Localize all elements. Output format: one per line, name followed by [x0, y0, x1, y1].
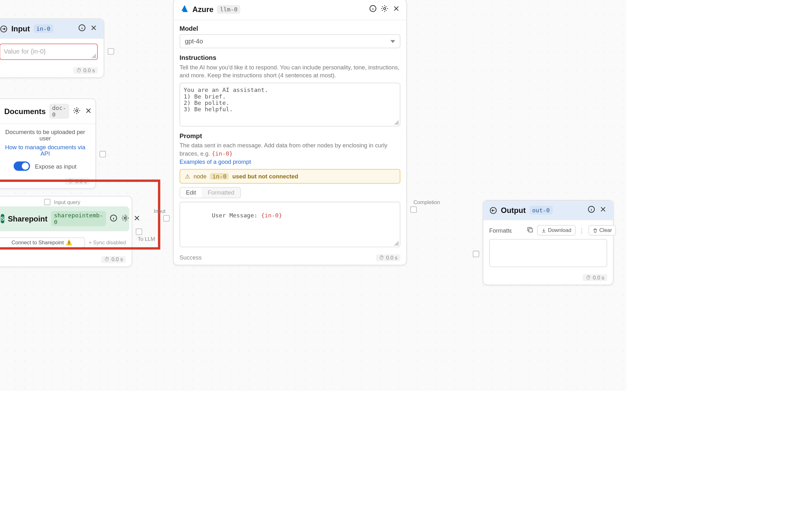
gear-icon[interactable] — [72, 106, 81, 116]
tab-formatted[interactable]: Formatted — [202, 187, 240, 198]
svg-rect-24 — [529, 228, 532, 232]
node-sharepoint-tag: sharepointemb-0 — [51, 211, 106, 226]
node-azure[interactable]: Azure llm-0 Model gpt-4o Instructions Te… — [173, 0, 407, 265]
documents-desc: Documents to be uploaded per user — [1, 129, 90, 142]
node-input[interactable]: Input in-0 Value for {in-0} ⏱ 0.0 s — [0, 18, 104, 78]
node-input-header[interactable]: Input in-0 — [0, 19, 104, 39]
status-text: Success — [180, 254, 202, 261]
timer: ⏱ 0.0 s — [73, 67, 98, 74]
download-button[interactable]: Download — [537, 225, 575, 235]
connect-sharepoint-button[interactable]: Connect to Sharepoint ⚠️ — [0, 237, 85, 248]
timer: ⏱ 0.0 s — [376, 254, 400, 261]
chevron-down-icon — [391, 40, 395, 43]
prompt-textarea[interactable]: User Message: {in-0} — [180, 202, 400, 247]
prompt-examples-link[interactable]: Examples of a good prompt — [180, 158, 251, 165]
info-icon[interactable] — [78, 24, 86, 34]
close-icon[interactable] — [392, 4, 400, 14]
expose-label: Expose as input — [35, 163, 77, 169]
warning-icon: ⚠️ — [66, 239, 72, 245]
warning-icon: ⚠ — [185, 173, 190, 179]
prompt-tabs: Edit Formatted — [180, 187, 241, 199]
port-completion-label: Completion — [414, 199, 440, 205]
port-completion[interactable] — [410, 206, 417, 213]
prompt-hint: The data sent in each message. Add data … — [180, 142, 400, 166]
port-input[interactable] — [163, 215, 170, 222]
azure-icon — [180, 4, 189, 15]
expose-toggle[interactable] — [14, 162, 31, 171]
prompt-label: Prompt — [180, 132, 400, 139]
node-documents-tag: doc-0 — [49, 104, 69, 119]
close-icon[interactable] — [133, 214, 141, 223]
canvas[interactable]: Input in-0 Value for {in-0} ⏱ 0.0 s Docu… — [0, 0, 626, 391]
node-sharepoint[interactable]: Input query S Sharepoint sharepointemb-0… — [0, 196, 132, 267]
port-input-query-label: Input query — [54, 199, 80, 205]
node-output-header[interactable]: Output out-0 — [484, 201, 613, 221]
tab-edit[interactable]: Edit — [180, 187, 202, 198]
node-output-title: Output — [501, 206, 525, 215]
node-sharepoint-title: Sharepoint — [8, 214, 48, 223]
node-documents[interactable]: Documents doc-0 Documents to be uploaded… — [0, 99, 96, 189]
more-icon[interactable]: ⋮ — [579, 227, 585, 233]
node-azure-tag: llm-0 — [217, 5, 241, 14]
node-sharepoint-header[interactable]: S Sharepoint sharepointemb-0 — [0, 206, 130, 231]
timer: ⏱ 0.0 s — [101, 256, 125, 263]
sync-status: + Sync disabled — [89, 239, 125, 245]
node-output-tag: out-0 — [529, 206, 553, 215]
model-label: Model — [180, 25, 400, 32]
svg-point-21 — [384, 8, 386, 9]
svg-point-17 — [76, 109, 78, 111]
port-input[interactable] — [473, 251, 479, 257]
port-to-llm-label: To LLM — [138, 236, 155, 242]
node-azure-title: Azure — [193, 5, 214, 14]
node-documents-title: Documents — [4, 107, 46, 116]
node-documents-header[interactable]: Documents doc-0 — [0, 99, 96, 124]
input-value-field[interactable]: Value for {in-0} — [0, 43, 98, 60]
close-icon[interactable] — [84, 106, 93, 116]
close-icon[interactable] — [90, 24, 98, 34]
timer: ⏱ 0.0 s — [65, 178, 90, 185]
info-icon[interactable] — [109, 214, 118, 223]
node-azure-header[interactable]: Azure llm-0 — [174, 0, 406, 20]
node-input-tag: in-0 — [33, 24, 53, 33]
output-content — [489, 239, 607, 267]
model-value: gpt-4o — [185, 38, 203, 45]
node-input-title: Input — [11, 24, 30, 33]
gear-icon[interactable] — [121, 214, 130, 223]
info-icon[interactable] — [588, 205, 596, 215]
sharepoint-icon: S — [1, 214, 4, 223]
port-to-llm[interactable] — [136, 228, 142, 235]
info-icon[interactable] — [369, 4, 377, 14]
node-output[interactable]: Output out-0 Formatted Download ⋮ Clear … — [483, 200, 614, 285]
port-input-query[interactable] — [44, 199, 50, 205]
documents-help-link[interactable]: How to manage documents via API — [1, 144, 90, 157]
close-icon[interactable] — [599, 205, 607, 215]
timer: ⏱ 0.0 s — [583, 274, 607, 281]
gear-icon[interactable] — [380, 4, 389, 14]
warning-box: ⚠ node in-0 used but not connected — [180, 169, 400, 183]
model-select[interactable]: gpt-4o — [180, 34, 400, 48]
instructions-label: Instructions — [180, 54, 400, 61]
copy-icon[interactable] — [526, 226, 533, 234]
port-output[interactable] — [100, 151, 106, 157]
instructions-hint: Tell the AI how you'd like it to respond… — [180, 63, 400, 80]
clear-button[interactable]: Clear — [589, 225, 616, 235]
instructions-textarea[interactable]: You are an AI assistant. 1) Be brief. 2)… — [180, 83, 400, 126]
port-input-label: Input — [154, 208, 165, 214]
svg-point-19 — [124, 217, 126, 219]
port-output[interactable] — [108, 48, 114, 55]
